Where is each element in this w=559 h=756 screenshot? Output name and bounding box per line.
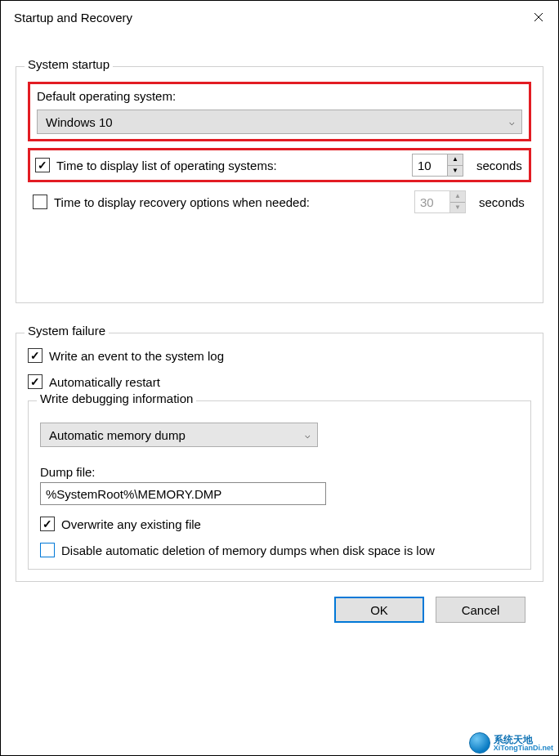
seconds-label-1: seconds [476, 159, 524, 172]
write-debug-group: Write debugging information Automatic me… [28, 400, 531, 570]
disable-delete-checkbox[interactable] [40, 543, 55, 557]
spinner-down-icon[interactable]: ▼ [448, 166, 463, 177]
dump-file-input[interactable]: %SystemRoot%\MEMORY.DMP [40, 482, 326, 505]
write-debug-legend: Write debugging information [37, 391, 196, 405]
dump-type-value: Automatic memory dump [49, 428, 186, 442]
watermark-text: 系统天地 XiTongTianDi.net [494, 735, 553, 752]
overwrite-label: Overwrite any existing file [61, 517, 201, 531]
system-failure-legend: System failure [25, 324, 109, 338]
close-icon [534, 12, 543, 22]
seconds-label-2: seconds [479, 195, 526, 209]
dialog-buttons: OK Cancel [16, 582, 543, 623]
highlight-display-list: Time to display list of operating system… [28, 148, 531, 182]
dump-file-block: Dump file: %SystemRoot%\MEMORY.DMP [40, 465, 519, 505]
watermark: 系统天地 XiTongTianDi.net [469, 732, 553, 754]
write-event-row: Write an event to the system log [28, 348, 531, 363]
auto-restart-label: Automatically restart [49, 375, 160, 389]
spinner-down-icon: ▼ [450, 203, 465, 213]
write-event-label: Write an event to the system log [49, 349, 224, 363]
highlight-default-os: Default operating system: Windows 10 ⌵ [28, 82, 531, 141]
spinner-buttons-disabled: ▲ ▼ [449, 191, 465, 212]
system-startup-legend: System startup [25, 57, 113, 71]
globe-icon [469, 732, 490, 754]
display-list-row: Time to display list of operating system… [35, 154, 524, 177]
chevron-down-icon: ⌵ [305, 430, 311, 441]
dump-file-label: Dump file: [40, 465, 519, 479]
auto-restart-checkbox[interactable] [28, 374, 42, 389]
watermark-url: XiTongTianDi.net [494, 745, 553, 752]
cancel-button[interactable]: Cancel [436, 597, 525, 623]
spinner-up-icon[interactable]: ▲ [448, 154, 463, 166]
display-recovery-checkbox[interactable] [33, 195, 47, 209]
display-list-value[interactable] [413, 154, 447, 176]
system-startup-group: System startup Default operating system:… [16, 66, 543, 303]
debug-stack: Automatic memory dump ⌵ Dump file: %Syst… [40, 423, 519, 557]
dialog-content: System startup Default operating system:… [1, 34, 558, 637]
default-os-value: Windows 10 [46, 115, 113, 129]
disable-delete-label: Disable automatic deletion of memory dum… [61, 544, 435, 557]
failure-stack: Write an event to the system log Automat… [28, 348, 531, 570]
dump-file-value: %SystemRoot%\MEMORY.DMP [46, 487, 221, 501]
display-recovery-value [415, 191, 449, 212]
window-title: Startup and Recovery [14, 11, 132, 25]
display-recovery-label: Time to display recovery options when ne… [54, 195, 310, 209]
display-recovery-spinner: ▲ ▼ [414, 190, 466, 213]
spinner-up-icon: ▲ [450, 191, 465, 203]
display-list-checkbox[interactable] [35, 158, 50, 172]
overwrite-row: Overwrite any existing file [40, 517, 519, 531]
close-button[interactable] [519, 1, 558, 34]
dump-type-select[interactable]: Automatic memory dump ⌵ [40, 423, 318, 447]
default-os-label: Default operating system: [37, 89, 522, 103]
overwrite-checkbox[interactable] [40, 517, 55, 531]
title-bar: Startup and Recovery [1, 1, 558, 34]
display-list-label: Time to display list of operating system… [56, 159, 277, 172]
ok-button[interactable]: OK [334, 597, 424, 623]
spinner-buttons: ▲ ▼ [447, 154, 463, 176]
auto-restart-row: Automatically restart [28, 374, 531, 389]
display-recovery-row: Time to display recovery options when ne… [28, 189, 531, 215]
write-event-checkbox[interactable] [28, 348, 42, 363]
default-os-select[interactable]: Windows 10 ⌵ [37, 110, 522, 134]
disable-delete-row: Disable automatic deletion of memory dum… [40, 543, 519, 557]
display-list-spinner[interactable]: ▲ ▼ [412, 154, 463, 177]
system-failure-group: System failure Write an event to the sys… [16, 333, 543, 582]
chevron-down-icon: ⌵ [509, 117, 515, 127]
watermark-cn: 系统天地 [494, 735, 553, 745]
